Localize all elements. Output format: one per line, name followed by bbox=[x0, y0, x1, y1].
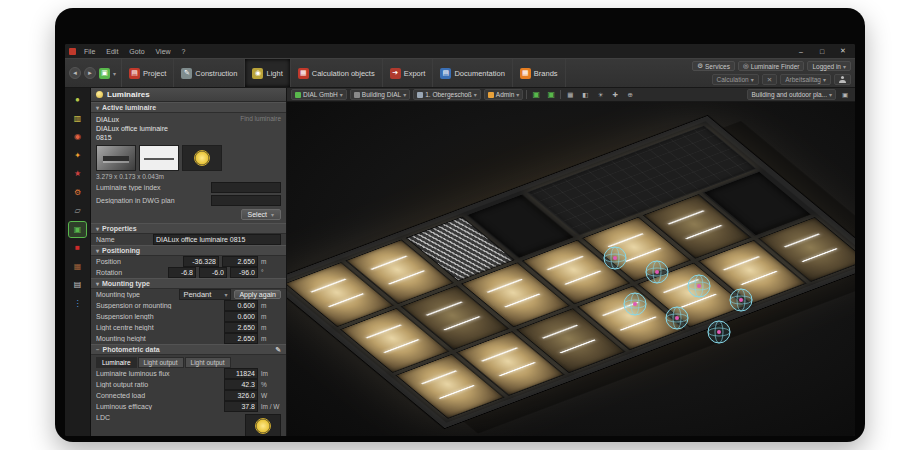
name-input[interactable] bbox=[153, 234, 281, 245]
minimize-button[interactable]: – bbox=[793, 48, 809, 55]
add-icon[interactable]: ✚ bbox=[609, 89, 621, 100]
luminaire-photo-thumbnail[interactable] bbox=[96, 145, 136, 171]
suspension-mounting-input[interactable] bbox=[224, 300, 258, 311]
positioning-label: Positioning bbox=[102, 247, 140, 254]
daylight-icon[interactable]: ☀ bbox=[594, 89, 606, 100]
section-view-icon[interactable]: ◧ bbox=[579, 89, 591, 100]
user-button[interactable] bbox=[834, 74, 851, 85]
luminaire-ldc-thumbnail[interactable] bbox=[182, 145, 222, 171]
find-luminaire-link[interactable]: Find luminaire bbox=[240, 115, 281, 142]
position-x-input[interactable] bbox=[183, 256, 219, 267]
stop-icon[interactable]: ■ bbox=[69, 240, 86, 255]
scene-icon[interactable]: ✦ bbox=[69, 148, 86, 163]
dwg-input[interactable] bbox=[211, 195, 281, 206]
workspace-dropdown[interactable]: Arbeitsalltag ▾ bbox=[780, 74, 831, 85]
building-caret-icon: ▾ bbox=[403, 91, 406, 98]
mounting-height-input[interactable] bbox=[224, 333, 258, 344]
photometric-header[interactable]: − Photometric data ✎ bbox=[91, 344, 286, 355]
fullscreen-icon[interactable]: ▣ bbox=[839, 89, 851, 100]
floor-dropdown[interactable]: 1. Obergeschoß ▾ bbox=[413, 89, 481, 100]
forward-icon[interactable]: ► bbox=[84, 67, 96, 79]
tab-luminaire[interactable]: Luminaire bbox=[96, 357, 137, 368]
tab-project[interactable]: ▤ Project bbox=[122, 59, 174, 87]
site-dropdown[interactable]: DIAL GmbH ▾ bbox=[291, 89, 347, 100]
menu-help[interactable]: ? bbox=[179, 48, 189, 55]
menu-goto[interactable]: Goto bbox=[126, 48, 147, 55]
person-icon bbox=[839, 76, 846, 83]
luminaire-finder-button[interactable]: ◎ Luminaire Finder bbox=[738, 61, 804, 71]
mounting-header[interactable]: ▾ Mounting type bbox=[91, 278, 286, 289]
tab-light-output-2[interactable]: Light output bbox=[185, 357, 231, 368]
photometric-label: Photometric data bbox=[103, 346, 160, 353]
bulb-icon[interactable]: ● bbox=[69, 92, 86, 107]
home-caret-icon[interactable]: ▾ bbox=[113, 70, 116, 77]
luminaire-drawing-thumbnail[interactable] bbox=[139, 145, 179, 171]
layer-toggle-1-icon[interactable]: ▣ bbox=[530, 89, 542, 100]
sheet-icon[interactable]: ▤ bbox=[69, 277, 86, 292]
edit-icon[interactable]: ✎ bbox=[275, 346, 281, 354]
properties-label: Properties bbox=[102, 225, 137, 232]
mounting-type-value: Pendant bbox=[183, 290, 211, 299]
positioning-header[interactable]: ▾ Positioning bbox=[91, 245, 286, 256]
layer-toggle-2-icon[interactable]: ▣ bbox=[545, 89, 557, 100]
rotation-y-input[interactable] bbox=[199, 267, 227, 278]
luminaire-sphere bbox=[666, 307, 688, 329]
ldc-ring-icon bbox=[255, 418, 271, 434]
select-button[interactable]: Select ▾ bbox=[241, 209, 281, 220]
services-button[interactable]: ⚙ Services bbox=[692, 61, 735, 71]
calculation-objects-button[interactable]: ▦ Calculation objects bbox=[291, 59, 383, 87]
viewport-3d[interactable] bbox=[287, 102, 855, 436]
type-index-input[interactable] bbox=[211, 182, 281, 193]
construction-icon: ✎ bbox=[181, 68, 192, 79]
target-icon[interactable]: ⊕ bbox=[624, 89, 636, 100]
position-label: Position bbox=[96, 258, 180, 265]
luminaire-select-icon[interactable]: ▣ bbox=[69, 222, 86, 237]
led-icon[interactable]: ◉ bbox=[69, 129, 86, 144]
favorite-icon[interactable]: ★ bbox=[69, 166, 86, 181]
wrench-icon[interactable]: ⚙ bbox=[69, 185, 86, 200]
rotation-z-input[interactable] bbox=[230, 267, 258, 278]
position-unit: m bbox=[261, 258, 281, 265]
unit-label: W bbox=[261, 392, 281, 399]
position-z-input[interactable] bbox=[222, 256, 258, 267]
light-centre-height-input[interactable] bbox=[224, 322, 258, 333]
logged-in-button[interactable]: Logged in ▾ bbox=[807, 61, 851, 71]
tab-light-output-1[interactable]: Light output bbox=[138, 357, 184, 368]
brands-button[interactable]: ▦ Brands bbox=[513, 59, 566, 87]
building-dropdown[interactable]: Building DIAL ▾ bbox=[350, 89, 410, 100]
luminaire-panel-icon bbox=[96, 91, 103, 98]
menu-edit[interactable]: Edit bbox=[103, 48, 121, 55]
rotation-label: Rotation bbox=[96, 269, 165, 276]
documentation-button[interactable]: ▤ Documentation bbox=[433, 59, 512, 87]
calculation-caret-icon: ▾ bbox=[751, 76, 754, 83]
luminaire-thumbnails bbox=[96, 145, 281, 171]
view-mode-dropdown[interactable]: Building and outdoor pla... ▾ bbox=[747, 89, 836, 100]
back-icon[interactable]: ◄ bbox=[69, 67, 81, 79]
maximize-button[interactable]: □ bbox=[814, 48, 830, 55]
rotation-x-input[interactable] bbox=[168, 267, 196, 278]
apply-again-button[interactable]: Apply again bbox=[234, 290, 281, 299]
clear-button[interactable]: ✕ bbox=[762, 74, 777, 85]
app-window: File Edit Goto View ? – □ ✕ ◄ ► ▣ ▾ ▤ Pr… bbox=[65, 44, 855, 436]
more-icon[interactable]: ⋮ bbox=[69, 296, 86, 311]
ldc-preview[interactable] bbox=[245, 414, 281, 436]
menu-view[interactable]: View bbox=[153, 48, 174, 55]
grid-view-icon[interactable]: ▦ bbox=[564, 89, 576, 100]
mounting-type-dropdown[interactable]: Pendant ▾ bbox=[179, 289, 231, 300]
calculation-objects-label: Calculation objects bbox=[312, 69, 375, 78]
suspension-length-input[interactable] bbox=[224, 311, 258, 322]
box-icon[interactable]: ▦ bbox=[69, 259, 86, 274]
tab-construction[interactable]: ✎ Construction bbox=[174, 59, 245, 87]
active-luminaire-header[interactable]: ▾ Active luminaire bbox=[91, 102, 286, 113]
calculation-dropdown[interactable]: Calculation ▾ bbox=[712, 74, 759, 85]
close-button[interactable]: ✕ bbox=[835, 47, 851, 55]
dwg-label: Designation in DWG plan bbox=[96, 197, 208, 204]
user-profile-dropdown[interactable]: Admin ▾ bbox=[484, 89, 523, 100]
tab-light[interactable]: ◉ Light bbox=[245, 59, 290, 87]
export-button[interactable]: ➔ Export bbox=[383, 59, 434, 87]
menu-file[interactable]: File bbox=[81, 48, 98, 55]
properties-header[interactable]: ▾ Properties bbox=[91, 223, 286, 234]
measure-icon[interactable]: ▱ bbox=[69, 203, 86, 218]
project-home-icon[interactable]: ▣ bbox=[99, 68, 110, 79]
palette-icon[interactable]: ▥ bbox=[69, 111, 86, 126]
